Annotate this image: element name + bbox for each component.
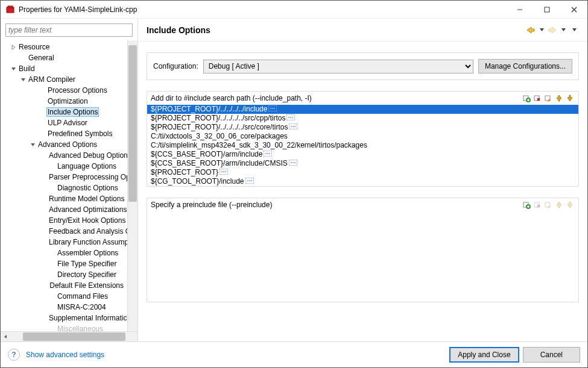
vertical-scrollbar[interactable] — [127, 40, 138, 331]
tree-item-label: Language Options — [56, 162, 118, 170]
pre-move-up-icon[interactable] — [554, 200, 564, 210]
tree-item[interactable]: Supplemental Informatic — [1, 313, 127, 323]
list-item[interactable]: ${PROJECT_ROOT}/../../../../src/core/tir… — [147, 123, 578, 132]
delete-icon[interactable] — [533, 93, 542, 103]
content: Configuration: Debug [ Active ] Manage C… — [138, 42, 587, 341]
close-button[interactable] — [560, 1, 587, 18]
include-path-list[interactable]: ${PROJECT_ROOT}/../../../../include ${PR… — [147, 105, 578, 186]
list-item[interactable]: ${CCS_BASE_ROOT}/arm/include/CMSIS — [147, 159, 578, 168]
expand-variable-icon[interactable] — [289, 159, 297, 168]
tree-item[interactable]: Parser Preprocessing Opt — [1, 172, 127, 182]
expand-variable-icon[interactable] — [286, 114, 295, 123]
tree-item[interactable]: Resource — [1, 42, 127, 52]
list-item[interactable]: C:/ti/xdctools_3_32_00_06_core/packages — [147, 132, 578, 141]
cancel-button[interactable]: Cancel — [523, 347, 580, 363]
svg-point-37 — [291, 126, 292, 127]
svg-point-54 — [249, 180, 250, 181]
tree-item-label: Parser Preprocessing Opt — [48, 173, 127, 181]
list-item[interactable]: C:/ti/simplelink_msp432e4_sdk_3_30_00_22… — [147, 141, 578, 150]
chevron-down-icon[interactable] — [17, 77, 26, 83]
chevron-right-icon[interactable] — [8, 45, 16, 50]
tree-item[interactable]: Default File Extensions — [1, 280, 127, 291]
include-path-header: Add dir to #include search path (--inclu… — [147, 92, 578, 105]
tree-item[interactable]: MISRA-C:2004 — [1, 302, 127, 313]
hscroll-left[interactable] — [1, 332, 11, 341]
tree-item[interactable]: Language Options — [1, 161, 127, 172]
chevron-down-icon[interactable] — [8, 66, 16, 72]
pre-delete-icon[interactable] — [533, 200, 542, 210]
tree-item[interactable]: Predefined Symbols — [1, 128, 127, 139]
back-icon[interactable] — [526, 25, 536, 35]
filter-container — [5, 23, 133, 37]
tree-item[interactable]: Runtime Model Options — [1, 193, 127, 204]
pre-edit-icon[interactable] — [543, 200, 553, 210]
forward-icon[interactable] — [548, 25, 557, 35]
tree-item[interactable]: File Type Specifier — [1, 258, 127, 269]
tree-item[interactable]: Feedback and Analysis O — [1, 226, 127, 237]
maximize-button[interactable] — [533, 1, 560, 18]
dropdown-menu-icon[interactable] — [569, 25, 579, 35]
add-icon[interactable] — [522, 93, 531, 103]
tree-item[interactable]: Library Function Assump — [1, 237, 127, 248]
tree-item[interactable]: Command Files — [1, 291, 127, 302]
svg-marker-27 — [567, 95, 572, 101]
move-down-icon[interactable] — [565, 93, 575, 103]
tree-item[interactable]: General — [1, 52, 127, 63]
pre-move-down-icon[interactable] — [565, 200, 575, 210]
tree-item[interactable]: Advanced Debug Option — [1, 150, 127, 161]
tree-item[interactable]: Entry/Exit Hook Options — [1, 215, 127, 226]
tree-item-label: ULP Advisor — [46, 119, 89, 127]
tree-item-label: Assembler Options — [56, 249, 119, 257]
forward-menu-icon[interactable] — [558, 25, 568, 35]
scrollbar-thumb[interactable] — [128, 45, 137, 202]
tree-item[interactable]: Directory Specifier — [1, 269, 127, 280]
expand-variable-icon[interactable] — [264, 150, 272, 159]
horizontal-scrollbar[interactable] — [11, 332, 117, 341]
expand-variable-icon[interactable] — [245, 177, 254, 186]
expand-variable-icon[interactable] — [220, 168, 228, 177]
list-item[interactable]: ${CG_TOOL_ROOT}/include — [147, 177, 578, 186]
svg-point-35 — [292, 117, 294, 118]
preinclude-list[interactable] — [147, 211, 578, 302]
include-path-group: Add dir to #include search path (--inclu… — [147, 91, 579, 187]
svg-point-46 — [292, 162, 294, 163]
move-up-icon[interactable] — [554, 93, 564, 103]
configuration-select[interactable]: Debug [ Active ] — [203, 60, 473, 73]
tree-item[interactable]: Optimization — [1, 96, 127, 107]
list-item[interactable]: ${PROJECT_ROOT}/../../../../include — [147, 105, 578, 114]
tree-item[interactable]: Processor Options — [1, 85, 127, 96]
tree-item-label: Optimization — [46, 97, 89, 105]
tree-item[interactable]: Miscellaneous — [1, 323, 127, 331]
expand-variable-icon[interactable] — [268, 105, 277, 114]
tree-item[interactable]: Diagnostic Options — [1, 182, 127, 193]
chevron-down-icon[interactable] — [27, 142, 36, 148]
tree-item[interactable]: Build — [1, 63, 127, 74]
show-advanced-link[interactable]: Show advanced settings — [26, 351, 104, 359]
pre-add-icon[interactable] — [522, 200, 531, 210]
list-item[interactable]: ${PROJECT_ROOT}/../../../../src/cpp/tirt… — [147, 114, 578, 123]
tree-item-label: Library Function Assump — [48, 238, 127, 246]
list-item[interactable]: ${CCS_BASE_ROOT}/arm/include — [147, 150, 578, 159]
tree-item[interactable]: ARM Compiler — [1, 74, 127, 85]
help-icon[interactable]: ? — [8, 349, 20, 361]
tree-item[interactable]: ULP Advisor — [1, 117, 127, 128]
tree-item[interactable]: Include Options — [1, 107, 127, 117]
tree-item[interactable]: Advanced Optimizations — [1, 204, 127, 215]
edit-icon[interactable] — [543, 93, 553, 103]
hscroll-thumb[interactable] — [23, 332, 125, 341]
expand-variable-icon[interactable] — [289, 123, 297, 132]
filter-input[interactable] — [5, 23, 133, 37]
list-item[interactable]: ${PROJECT_ROOT} — [147, 168, 578, 177]
help-section: ? Show advanced settings — [8, 349, 104, 361]
svg-point-50 — [223, 171, 224, 172]
properties-tree[interactable]: ResourceGeneralBuildARM CompilerProcesso… — [1, 40, 127, 331]
tree-item[interactable]: Assembler Options — [1, 248, 127, 258]
manage-configurations-button[interactable]: Manage Configurations... — [478, 59, 572, 73]
tree-item[interactable]: Advanced Options — [1, 139, 127, 150]
apply-and-close-button[interactable]: Apply and Close — [449, 347, 519, 363]
tree-item-label: Entry/Exit Hook Options — [48, 216, 127, 225]
preinclude-header: Specify a preinclude file (--preinclude) — [147, 198, 578, 211]
minimize-button[interactable] — [506, 1, 533, 18]
list-item-text: ${PROJECT_ROOT} — [151, 168, 218, 177]
back-menu-icon[interactable] — [537, 25, 546, 35]
